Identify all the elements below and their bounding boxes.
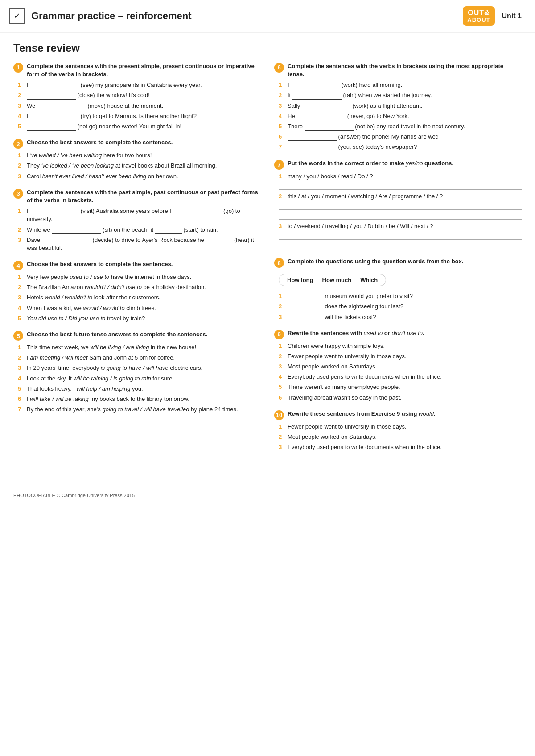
list-item: 7 (you, see) today's newspaper? (279, 143, 522, 151)
list-item: 5 You did use to / Did you use to travel… (18, 315, 261, 323)
exercise-8-items: 1 museum would you prefer to visit? 2 do… (274, 292, 522, 321)
exercise-5-items: 1 This time next week, we will be living… (13, 343, 261, 413)
left-column: 1 Complete the sentences with the presen… (13, 62, 261, 460)
exercise-8-box-area: How long How much Which (274, 270, 522, 290)
exercise-6-items: 1 I (work) hard all morning. 2 It (rain)… (274, 81, 522, 151)
page-content: Tense review 1 Complete the sentences wi… (0, 33, 535, 473)
list-item: 1 Very few people used to / use to have … (18, 273, 261, 281)
exercise-10-header: 10 Rewrite these sentences from Exercise… (274, 410, 522, 420)
list-item: 3 Sally (work) as a flight attendant. (279, 102, 522, 110)
exercise-10-items: 1 Fewer people went to university in tho… (274, 423, 522, 452)
exercise-6: 6 Complete the sentences with the verbs … (274, 62, 522, 151)
exercise-5-num: 5 (13, 331, 23, 341)
footer-text: PHOTOCOPIABLE © Cambridge University Pre… (13, 493, 135, 498)
list-item: 3 Hotels would / wouldn't to look after … (18, 294, 261, 302)
logo-about: ABOUT (467, 17, 490, 23)
list-item: 5 There (not be) any road travel in the … (279, 123, 522, 131)
exercise-2-items: 1 I 've waited / 've been waiting here f… (13, 151, 261, 180)
header-right: OUT& ABOUT Unit 1 (463, 6, 522, 26)
footer: PHOTOCOPIABLE © Cambridge University Pre… (0, 486, 535, 504)
box-word-1: How long (287, 277, 313, 283)
list-item: 1 This time next week, we will be living… (18, 343, 261, 351)
logo-out: OUT& (468, 9, 490, 17)
exercise-3-instruction: Complete the sentences with the past sim… (27, 188, 261, 204)
exercise-1: 1 Complete the sentences with the presen… (13, 62, 261, 131)
word-box: How long How much Which (279, 274, 386, 286)
list-item: 6 (answer) the phone! My hands are wet! (279, 133, 522, 141)
exercise-3-header: 3 Complete the sentences with the past s… (13, 188, 261, 204)
section-title: Tense review (13, 42, 522, 54)
exercise-7-num: 7 (274, 160, 284, 170)
list-item: 1 I (see) my grandparents in Cantabria e… (18, 81, 261, 89)
list-item: 1 I (work) hard all morning. (279, 81, 522, 89)
list-item: 2 I am meeting / will meet Sam and John … (18, 354, 261, 362)
answer-line (279, 242, 522, 249)
list-item: 2 this / at / you / moment / watching / … (279, 192, 522, 200)
exercise-8-header: 8 Complete the questions using the quest… (274, 257, 522, 268)
list-item: 1 I 've waited / 've been waiting here f… (18, 151, 261, 159)
list-item: 5 (not go) near the water! You might fal… (18, 123, 261, 131)
list-item: 3 will the tickets cost? (279, 313, 522, 321)
check-symbol: ✓ (14, 11, 21, 21)
list-item: 3 Carol hasn't ever lived / hasn't ever … (18, 172, 261, 180)
list-item: 1 I (visit) Australia some years before … (18, 207, 261, 223)
list-item: 2 It (rain) when we started the journey. (279, 91, 522, 99)
list-item: 2 does the sightseeing tour last? (279, 302, 522, 311)
list-item: 6 Travelling abroad wasn't so easy in th… (279, 394, 522, 402)
unit-label: Unit 1 (502, 12, 522, 20)
exercise-8-num: 8 (274, 258, 284, 268)
exercise-10-instruction: Rewrite these sentences from Exercise 9 … (288, 410, 436, 418)
list-item: 5 There weren't so many unemployed peopl… (279, 383, 522, 391)
exercise-9-items: 1 Children were happy with simple toys. … (274, 342, 522, 402)
exercise-8: 8 Complete the questions using the quest… (274, 257, 522, 321)
exercise-1-header: 1 Complete the sentences with the presen… (13, 62, 261, 78)
list-item: 3 Dave (decide) to drive to Ayer's Rock … (18, 236, 261, 252)
exercise-9-header: 9 Rewrite the sentences with used to or … (274, 329, 522, 339)
exercise-7-items: 1 many / you / books / read / Do / ? 2 t… (274, 172, 522, 250)
exercise-4-items: 1 Very few people used to / use to have … (13, 273, 261, 323)
list-item: 4 He (never, go) to New York. (279, 112, 522, 120)
list-item: 1 Fewer people went to university in tho… (279, 423, 522, 431)
list-item: 2 The Brazilian Amazon wouldn't / didn't… (18, 283, 261, 291)
list-item: 4 I (try) to get to Manaus. Is there ano… (18, 112, 261, 120)
exercise-2: 2 Choose the best answers to complete th… (13, 139, 261, 180)
exercise-2-header: 2 Choose the best answers to complete th… (13, 139, 261, 149)
exercise-1-items: 1 I (see) my grandparents in Cantabria e… (13, 81, 261, 131)
exercise-6-header: 6 Complete the sentences with the verbs … (274, 62, 522, 78)
list-item: 4 Everybody used pens to write documents… (279, 373, 522, 381)
exercise-1-instruction: Complete the sentences with the present … (27, 62, 261, 78)
exercise-3-num: 3 (13, 189, 23, 199)
list-item: 3 Everybody used pens to write documents… (279, 443, 522, 451)
logo-badge: OUT& ABOUT (463, 6, 494, 26)
exercise-5-instruction: Choose the best future tense answers to … (27, 331, 207, 339)
list-item: 3 Most people worked on Saturdays. (279, 363, 522, 371)
exercise-9-instruction: Rewrite the sentences with used to or di… (288, 329, 424, 337)
exercise-4: 4 Choose the best answers to complete th… (13, 260, 261, 323)
list-item: 2 (close) the window! It's cold! (18, 91, 261, 99)
list-item: 2 They 've looked / 've been looking at … (18, 162, 261, 170)
checkbox-icon: ✓ (9, 8, 25, 24)
list-item: 4 When I was a kid, we would / would to … (18, 304, 261, 312)
exercise-5: 5 Choose the best future tense answers t… (13, 331, 261, 413)
exercise-10-num: 10 (274, 410, 284, 420)
list-item: 7 By the end of this year, she's going t… (18, 405, 261, 413)
exercise-1-num: 1 (13, 63, 23, 73)
exercise-7: 7 Put the words in the correct order to … (274, 159, 522, 250)
exercise-4-instruction: Choose the best answers to complete the … (27, 260, 173, 268)
answer-line (279, 183, 522, 190)
exercise-4-header: 4 Choose the best answers to complete th… (13, 260, 261, 270)
list-item: 2 Fewer people went to university in tho… (279, 352, 522, 360)
exercise-6-num: 6 (274, 63, 284, 73)
exercise-4-num: 4 (13, 261, 23, 270)
exercise-6-instruction: Complete the sentences with the verbs in… (288, 62, 522, 78)
exercise-7-header: 7 Put the words in the correct order to … (274, 159, 522, 170)
list-item: 1 museum would you prefer to visit? (279, 292, 522, 300)
box-word-2: How much (322, 277, 352, 283)
exercise-5-header: 5 Choose the best future tense answers t… (13, 331, 261, 341)
list-item: 1 Children were happy with simple toys. (279, 342, 522, 350)
list-item: 4 Look at the sky. It will be raining / … (18, 375, 261, 383)
answer-line (279, 233, 522, 240)
answer-line (279, 203, 522, 210)
exercise-9: 9 Rewrite the sentences with used to or … (274, 329, 522, 402)
box-word-3: Which (360, 277, 378, 283)
